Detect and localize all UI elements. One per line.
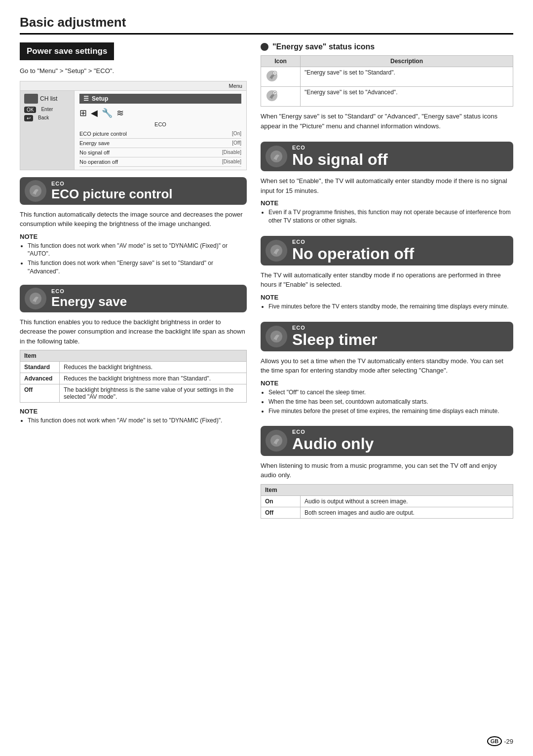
page-title: Basic adjustment bbox=[20, 15, 513, 35]
sleep-timer-note-label: NOTE bbox=[261, 379, 513, 387]
sleep-timer-note-list: Select "Off" to cancel the sleep timer. … bbox=[261, 388, 513, 415]
eco-picture-banner: ECO ECO picture control bbox=[20, 177, 247, 205]
ch-icon bbox=[24, 94, 38, 104]
audio-only-desc: When listening to music from a music pro… bbox=[261, 461, 513, 480]
energy-save-text: ECO Energy save bbox=[51, 288, 127, 309]
status-icon-table: Icon Description bbox=[261, 55, 513, 107]
no-operation-off-icon bbox=[266, 240, 287, 262]
energy-status-section: "Energy save" status icons Icon Descript… bbox=[261, 42, 513, 131]
sleep-timer-text: ECO Sleep timer bbox=[292, 325, 378, 348]
no-operation-title: No operation off bbox=[292, 245, 414, 263]
es-row1-desc: Reduces the backlight brightness more th… bbox=[60, 373, 247, 384]
table-row: "Energy save" is set to "Advanced". bbox=[261, 87, 513, 107]
menu-item-label-1: Energy save bbox=[79, 140, 110, 146]
setup-label: Setup bbox=[92, 95, 108, 102]
icon1: ⊞ bbox=[79, 108, 87, 118]
energy-save-table-header: Item bbox=[20, 350, 247, 362]
ao-row1-item: Off bbox=[261, 507, 301, 518]
page-footer: GB - 29 bbox=[487, 736, 513, 746]
es-row0-desc: Reduces the backlight brightness. bbox=[60, 362, 247, 373]
eco-picture-note-list: This function does not work when "AV mod… bbox=[20, 242, 247, 276]
status-desc-0: "Energy save" is set to "Standard". bbox=[301, 67, 513, 87]
energy-save-icon bbox=[25, 288, 46, 309]
enter-label: Enter bbox=[41, 107, 53, 113]
table-row: Standard Reduces the backlight brightnes… bbox=[20, 362, 247, 373]
energy-save-note-label: NOTE bbox=[20, 408, 247, 415]
eco-picture-eco-label: ECO bbox=[51, 181, 173, 187]
ao-row1-desc: Both screen images and audio are output. bbox=[301, 507, 513, 518]
energy-status-title: "Energy save" status icons bbox=[261, 42, 513, 51]
status-icon-col1: Icon bbox=[261, 56, 301, 67]
eco-picture-note-label: NOTE bbox=[20, 233, 247, 240]
energy-save-note-0: This function does not work when "AV mod… bbox=[28, 416, 247, 425]
audio-only-eco-label: ECO bbox=[292, 429, 374, 435]
no-signal-off-icon bbox=[266, 146, 287, 167]
icon4: ≋ bbox=[116, 108, 124, 118]
setup-icon: ☰ bbox=[83, 95, 89, 102]
energy-save-section: ECO Energy save This function enables yo… bbox=[20, 285, 247, 425]
eco-picture-text: ECO ECO picture control bbox=[51, 181, 173, 201]
audio-only-icon bbox=[266, 430, 287, 452]
ok-btn: OK bbox=[24, 107, 36, 113]
no-signal-eco-label: ECO bbox=[292, 145, 388, 151]
es-row2-desc: The backlight brightness is the same val… bbox=[60, 384, 247, 403]
audio-only-table: Item On Audio is output without a screen… bbox=[261, 484, 513, 519]
sleep-timer-title: Sleep timer bbox=[292, 331, 378, 348]
no-operation-off-banner: ECO No operation off bbox=[261, 236, 513, 265]
sleep-timer-banner: ECO Sleep timer bbox=[261, 322, 513, 351]
menu-item-nooperation: No operation off [Disable] bbox=[79, 157, 241, 167]
es-row0-item: Standard bbox=[20, 362, 60, 373]
table-row: Off Both screen images and audio are out… bbox=[261, 507, 513, 518]
no-operation-notes: NOTE Five minutes before the TV enters s… bbox=[261, 294, 513, 311]
sleep-timer-desc: Allows you to set a time when the TV aut… bbox=[261, 356, 513, 376]
energy-status-title-text: "Energy save" status icons bbox=[272, 42, 375, 51]
eco-picture-note-0: This function does not work when "AV mod… bbox=[28, 242, 247, 259]
eco-picture-notes: NOTE This function does not work when "A… bbox=[20, 233, 247, 276]
sleep-timer-icon bbox=[266, 326, 287, 347]
no-signal-note-label: NOTE bbox=[261, 199, 513, 207]
audio-only-section: ECO Audio only When listening to music f… bbox=[261, 426, 513, 518]
bullet-dot bbox=[261, 43, 268, 51]
no-signal-note-0: Even if a TV programme finishes, this fu… bbox=[268, 208, 513, 225]
sleep-timer-note-2: Five minutes before the preset of time e… bbox=[268, 407, 513, 416]
setup-bar: ☰ Setup bbox=[79, 94, 241, 104]
eco-picture-control-section: ECO ECO picture control This function au… bbox=[20, 177, 247, 276]
right-column: "Energy save" status icons Icon Descript… bbox=[261, 42, 513, 529]
no-signal-desc: When set to "Enable", the TV will automa… bbox=[261, 176, 513, 195]
audio-only-text: ECO Audio only bbox=[292, 429, 374, 453]
menu-mockup: Menu CH list OK Enter ↩ Back bbox=[20, 81, 247, 170]
no-operation-note-label: NOTE bbox=[261, 294, 513, 301]
menu-item-picture: ECO picture control [On] bbox=[79, 129, 241, 139]
goto-text: Go to "Menu" > "Setup" > "ECO". bbox=[20, 66, 247, 76]
table-row: On Audio is output without a screen imag… bbox=[261, 495, 513, 507]
sleep-timer-note-1: When the time has been set, countdown au… bbox=[268, 398, 513, 406]
menu-item-val-3: [Disable] bbox=[222, 159, 241, 164]
energy-save-desc: This function enables you to reduce the … bbox=[20, 317, 247, 346]
left-column: Power save settings Go to "Menu" > "Setu… bbox=[20, 42, 247, 529]
back-row: ↩ Back bbox=[24, 115, 70, 121]
eco-menu-label: ECO bbox=[79, 121, 241, 127]
back-btn: ↩ bbox=[24, 115, 33, 121]
no-signal-title: No signal off bbox=[292, 151, 388, 168]
energy-save-notes: NOTE This function does not work when "A… bbox=[20, 408, 247, 425]
gb-badge: GB bbox=[487, 736, 502, 746]
energy-save-eco-label: ECO bbox=[51, 288, 127, 294]
menu-top-bar: Menu bbox=[20, 81, 246, 91]
back-label: Back bbox=[38, 115, 49, 121]
no-signal-note-list: Even if a TV programme finishes, this fu… bbox=[261, 208, 513, 225]
menu-left-panel: CH list OK Enter ↩ Back bbox=[20, 91, 75, 170]
es-row2-item: Off bbox=[20, 384, 60, 403]
table-row: Advanced Reduces the backlight brightnes… bbox=[20, 373, 247, 384]
table-row: Off The backlight brightness is the same… bbox=[20, 384, 247, 403]
icon2: ◀ bbox=[91, 108, 98, 118]
eco-picture-note-1: This function does not work when "Energy… bbox=[28, 259, 247, 276]
sleep-timer-note-0: Select "Off" to cancel the sleep timer. bbox=[268, 388, 513, 397]
status-icon-0 bbox=[261, 67, 301, 87]
audio-only-table-header: Item bbox=[261, 484, 513, 495]
menu-item-nosignal: No signal off [Disable] bbox=[79, 148, 241, 157]
menu-item-val-1: [Off] bbox=[232, 140, 241, 146]
no-operation-note-0: Five minutes before the TV enters standb… bbox=[268, 302, 513, 311]
no-signal-off-section: ECO No signal off When set to "Enable", … bbox=[261, 142, 513, 225]
power-save-header: Power save settings bbox=[20, 42, 114, 60]
audio-only-title: Audio only bbox=[292, 435, 374, 453]
